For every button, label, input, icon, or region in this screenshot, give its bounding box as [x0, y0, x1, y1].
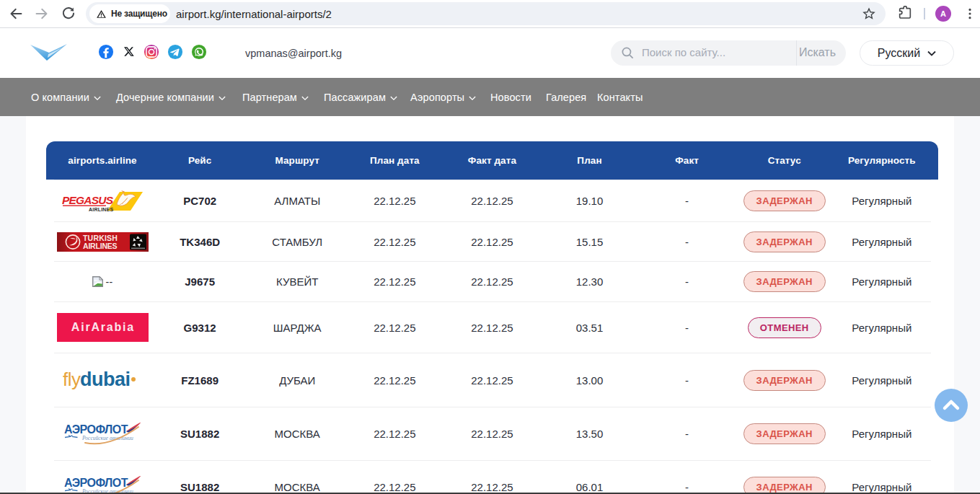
svg-text:PEGASUS: PEGASUS	[62, 193, 114, 206]
svg-text:AIRLINES: AIRLINES	[83, 242, 118, 250]
svg-text:dubai: dubai	[80, 370, 131, 390]
svg-text:AIRLINES: AIRLINES	[89, 207, 113, 212]
svg-text:Российские авиалинии: Российские авиалинии	[81, 435, 133, 441]
svg-text:АЭРОФЛОТ: АЭРОФЛОТ	[64, 423, 128, 436]
svg-text:АЭРОФЛОТ: АЭРОФЛОТ	[64, 477, 128, 489]
svg-text:fly: fly	[63, 370, 81, 390]
